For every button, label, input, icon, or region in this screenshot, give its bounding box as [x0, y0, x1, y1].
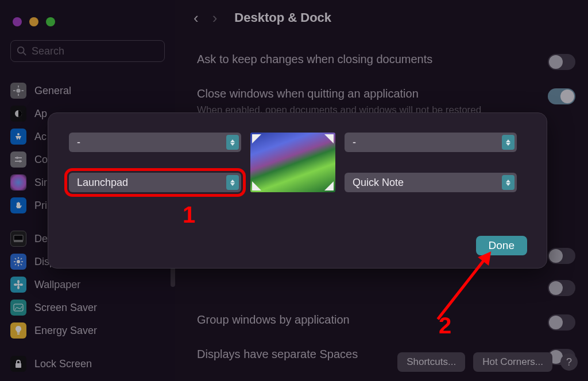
corner-indicator-tl [252, 134, 261, 143]
sidebar-item-label: Wallpaper [34, 279, 80, 291]
sidebar-item-general[interactable]: General [0, 79, 175, 102]
select-value: - [77, 137, 80, 149]
page-title: Desktop & Dock [234, 10, 331, 25]
setting-label: Ask to keep changes when closing documen… [197, 53, 432, 66]
accessibility-icon [10, 129, 26, 145]
svg-point-26 [17, 286, 20, 289]
corner-indicator-bl [252, 181, 261, 190]
search-input[interactable]: Search [10, 40, 165, 62]
siri-icon [10, 174, 26, 190]
svg-rect-30 [17, 333, 20, 335]
gear-icon [10, 83, 26, 99]
sidebar-item-label: Ap [34, 108, 47, 120]
toggle-row-3[interactable] [548, 248, 575, 264]
sidebar-item-label: General [34, 85, 71, 97]
sidebar-item-screensaver[interactable]: Screen Saver [0, 296, 175, 319]
sidebar-item-label: De [34, 233, 48, 245]
toggle-close-windows[interactable] [548, 88, 575, 104]
nav-forward-button[interactable]: › [212, 9, 218, 27]
svg-point-2 [16, 88, 20, 92]
header-bar: ‹ › Desktop & Dock [184, 0, 588, 36]
search-placeholder: Search [32, 45, 64, 57]
window-close-button[interactable] [13, 17, 22, 26]
window-zoom-button[interactable] [46, 17, 55, 26]
screensaver-icon [10, 300, 26, 316]
corner-indicator-tr [324, 134, 334, 143]
sidebar-item-label: Pri [34, 200, 47, 212]
sidebar-item-label: Screen Saver [34, 302, 97, 314]
select-value: - [353, 137, 356, 149]
select-value: Launchpad [77, 177, 128, 189]
hotcorners-button[interactable]: Hot Corners... [473, 352, 552, 372]
lightbulb-icon [10, 322, 26, 339]
shortcuts-button[interactable]: Shortcuts... [397, 352, 465, 372]
svg-point-10 [16, 157, 18, 159]
svg-point-27 [14, 283, 17, 286]
svg-point-25 [17, 280, 20, 283]
done-button[interactable]: Done [476, 236, 527, 255]
toggle-row-4[interactable] [548, 280, 575, 296]
hotcorner-bottom-right-select[interactable]: Quick Note [345, 173, 517, 192]
sidebar-item-label: Lock Screen [34, 358, 92, 370]
hand-icon [10, 197, 26, 213]
flower-icon [10, 277, 26, 293]
sidebar-item-label: Co [34, 154, 48, 166]
hotcorner-top-right-select[interactable]: - [345, 133, 517, 152]
sidebar-item-label: Sir [34, 177, 47, 189]
select-value: Quick Note [353, 177, 404, 189]
sidebar-item-wallpaper[interactable]: Wallpaper [0, 273, 175, 296]
window-controls [13, 17, 55, 26]
stepper-icon [502, 135, 514, 150]
stepper-icon [502, 175, 514, 190]
sidebar-item-label: Energy Saver [34, 325, 97, 337]
nav-back-button[interactable]: ‹ [194, 9, 199, 27]
toggle-ask-keep[interactable] [548, 54, 575, 70]
help-button[interactable]: ? [560, 353, 578, 371]
toggle-group-windows[interactable] [548, 314, 575, 331]
svg-line-23 [15, 264, 16, 265]
hotcorner-bottom-left-select[interactable]: Launchpad [69, 173, 241, 192]
lock-icon [10, 356, 26, 372]
stepper-icon [226, 175, 239, 190]
search-icon [17, 46, 27, 56]
hot-corners-sheet: - Launchpad - Quick Note Done [48, 112, 547, 269]
window-minimize-button[interactable] [29, 17, 38, 26]
svg-point-12 [19, 160, 21, 162]
svg-point-24 [17, 283, 20, 286]
svg-rect-14 [14, 240, 23, 242]
stepper-icon [226, 135, 239, 150]
row-ask-keep: Ask to keep changes when closing documen… [197, 50, 575, 85]
row-group-windows: Group windows by application [197, 311, 575, 345]
hotcorner-top-left-select[interactable]: - [69, 133, 241, 152]
sun-icon [10, 254, 26, 270]
sliders-icon [10, 151, 26, 168]
svg-point-0 [18, 47, 24, 53]
svg-line-20 [15, 258, 16, 259]
appearance-icon [10, 106, 26, 122]
setting-label: Displays have separate Spaces [197, 348, 358, 361]
sidebar-item-energy[interactable]: Energy Saver [0, 319, 175, 342]
setting-label: Group windows by application [197, 313, 350, 326]
setting-label: Close windows when quitting an applicati… [197, 87, 496, 100]
svg-line-21 [21, 264, 22, 265]
desktop-icon [10, 231, 26, 247]
svg-line-22 [21, 258, 22, 259]
svg-point-15 [17, 260, 20, 263]
footer-buttons: Shortcuts... Hot Corners... ? [397, 352, 578, 372]
corner-indicator-br [324, 181, 334, 190]
svg-line-1 [24, 53, 26, 56]
svg-point-28 [20, 283, 23, 286]
sidebar-item-lockscreen[interactable]: Lock Screen [0, 352, 175, 375]
svg-rect-31 [16, 363, 21, 368]
sidebar-item-label: Ac [34, 131, 47, 143]
display-preview [250, 133, 335, 192]
svg-point-8 [17, 133, 20, 135]
